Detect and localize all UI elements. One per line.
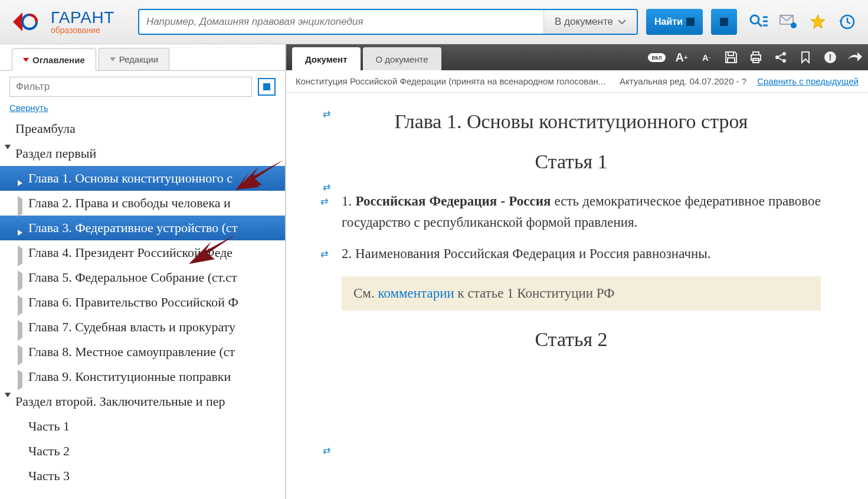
history-icon[interactable]	[838, 13, 856, 31]
triangle-closed-icon[interactable]	[18, 348, 26, 356]
toc-item-label: Глава 2. Права и свободы человека и	[28, 195, 231, 211]
toc-item-label: Раздел первый	[15, 146, 96, 161]
search-scope-label: В документе	[555, 16, 613, 28]
triangle-closed-icon[interactable]	[18, 273, 26, 282]
triangle-closed-icon[interactable]	[18, 323, 26, 331]
toc-item-label: Преамбула	[15, 121, 76, 136]
info-icon[interactable]: !	[822, 49, 838, 66]
logo-title: ГАРАНТ	[51, 9, 114, 26]
tab-editions[interactable]: Редакции	[99, 48, 169, 70]
toc-item[interactable]: Глава 9. Конституционные поправки	[0, 364, 285, 389]
comment-link[interactable]: комментарии	[378, 286, 454, 301]
search-bar: В документе	[138, 9, 638, 35]
svg-point-16	[782, 59, 786, 63]
toc-tree: ПреамбулаРаздел первыйГлава 1. Основы ко…	[0, 116, 285, 499]
font-decrease-button[interactable]: A-	[698, 49, 715, 66]
paragraph: ⇄ 2. Наименования Российская Федерация и…	[342, 243, 821, 265]
toggle-badge[interactable]: вкл	[648, 49, 665, 66]
print-icon[interactable]	[748, 49, 764, 66]
advanced-search-icon[interactable]	[745, 9, 771, 35]
document-toolbar: Документ О документе вкл A+ A- !	[286, 44, 868, 70]
toc-item[interactable]: Глава 4. Президент Российской Феде	[0, 240, 285, 265]
mail-icon[interactable]	[779, 13, 797, 31]
triangle-down-icon	[110, 57, 116, 61]
toc-item-label: Глава 8. Местное самоуправление (ст	[28, 344, 235, 360]
toc-item[interactable]: Раздел второй. Заключительные и пер	[0, 389, 285, 414]
bookmark-icon[interactable]	[797, 49, 814, 66]
logo[interactable]: ГАРАНТ образование	[12, 9, 130, 35]
article-heading: Статья 2	[322, 328, 821, 351]
toc-item[interactable]: Глава 2. Права и свободы человека и	[0, 191, 285, 216]
svg-line-2	[758, 22, 762, 27]
toc-item-label: Глава 1. Основы конституционного с	[28, 171, 232, 186]
toc-item[interactable]: Часть 3	[0, 464, 285, 488]
document-title: Конституция Российской Федерации (принят…	[296, 76, 609, 86]
triangle-closed-icon[interactable]	[18, 224, 26, 232]
font-increase-button[interactable]: A+	[673, 49, 690, 66]
filter-mode-button[interactable]	[258, 78, 276, 96]
right-panel: Документ О документе вкл A+ A- ! Констит…	[286, 44, 868, 499]
toc-item[interactable]: Часть 1	[0, 414, 285, 439]
document-content[interactable]: ⇄ Глава 1. Основы конституционного строя…	[286, 93, 868, 499]
toc-item[interactable]: Глава 3. Федеративное устройство (ст	[0, 216, 285, 240]
toc-item-label: Глава 6. Правительство Российской Ф	[28, 295, 238, 310]
svg-point-7	[791, 22, 797, 28]
link-marker-icon[interactable]: ⇄	[323, 108, 330, 119]
toc-item[interactable]: Глава 1. Основы конституционного с	[0, 166, 285, 191]
toc-item-label: Глава 5. Федеральное Собрание (ст.ст	[28, 270, 237, 285]
toc-item-label: Глава 4. Президент Российской Феде	[28, 245, 232, 260]
logo-icon	[12, 9, 45, 35]
search-input[interactable]	[139, 10, 543, 34]
link-marker-icon[interactable]: ⇄	[320, 194, 328, 209]
triangle-closed-icon[interactable]	[18, 174, 26, 182]
toc-item-label: Глава 9. Конституционные поправки	[28, 369, 231, 384]
toc-item[interactable]: Глава 6. Правительство Российской Ф	[0, 290, 285, 315]
share-icon[interactable]	[772, 49, 789, 66]
search-scope-dropdown[interactable]: В документе	[543, 10, 637, 34]
svg-text:!: !	[829, 52, 832, 62]
triangle-open-icon[interactable]	[5, 397, 13, 406]
upload-icon	[720, 18, 728, 26]
toc-item-label: Часть 1	[28, 419, 70, 434]
logo-subtitle: образование	[51, 26, 114, 34]
link-marker-icon[interactable]: ⇄	[320, 247, 328, 262]
collapse-link[interactable]: Свернуть	[0, 103, 285, 116]
link-marker-icon[interactable]: ⇄	[323, 181, 330, 193]
upload-button[interactable]	[711, 9, 737, 35]
app-header: ГАРАНТ образование В документе Найти	[0, 0, 868, 44]
filter-row	[0, 71, 285, 103]
triangle-closed-icon[interactable]	[18, 199, 26, 207]
toc-item-label: Глава 7. Судебная власть и прокурату	[28, 319, 235, 335]
toc-item-label: Раздел второй. Заключительные и пер	[15, 394, 225, 409]
tab-document[interactable]: Документ	[292, 47, 361, 70]
search-button[interactable]: Найти	[646, 9, 703, 35]
svg-line-18	[778, 58, 782, 60]
link-marker-icon[interactable]: ⇄	[323, 445, 330, 456]
chapter-heading: Глава 1. Основы конституционного строя	[322, 110, 821, 133]
forward-icon[interactable]	[847, 49, 863, 66]
triangle-closed-icon[interactable]	[18, 373, 26, 381]
left-panel: Оглавление Редакции Свернуть ПреамбулаРа…	[0, 44, 286, 499]
filter-input[interactable]	[9, 77, 252, 97]
toc-item[interactable]: Часть 2	[0, 439, 285, 464]
triangle-closed-icon[interactable]	[18, 298, 26, 306]
tab-about-document[interactable]: О документе	[363, 47, 441, 70]
triangle-closed-icon[interactable]	[18, 249, 26, 257]
toc-item[interactable]: Глава 5. Федеральное Собрание (ст.ст	[0, 265, 285, 290]
toc-item[interactable]: Глава 8. Местное самоуправление (ст	[0, 340, 285, 364]
toc-item-label: Глава 3. Федеративное устройство (ст	[28, 220, 238, 236]
svg-rect-12	[753, 52, 759, 55]
toc-item[interactable]: Преамбула	[0, 116, 285, 141]
chevron-down-icon	[618, 19, 626, 25]
compare-link[interactable]: Сравнить с предыдущей	[757, 76, 859, 86]
square-icon	[263, 83, 270, 90]
triangle-open-icon[interactable]	[5, 149, 13, 158]
version-link[interactable]: Актуальная ред. 04.07.2020 - ?	[620, 76, 746, 86]
save-icon[interactable]	[723, 49, 739, 66]
toc-item[interactable]: Глава 7. Судебная власть и прокурату	[0, 315, 285, 340]
star-icon[interactable]	[809, 13, 827, 31]
toc-item[interactable]: Раздел первый	[0, 141, 285, 166]
tab-contents[interactable]: Оглавление	[12, 48, 96, 71]
comment-box: См. комментарии к статье 1 Конституции Р…	[342, 276, 821, 311]
svg-point-15	[782, 52, 786, 56]
